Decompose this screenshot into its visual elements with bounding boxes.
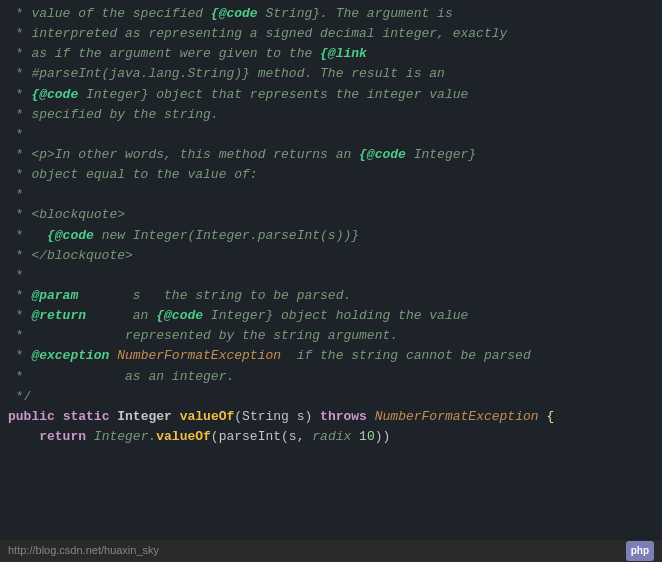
code-line-21: public static Integer valueOf(String s) …	[8, 407, 654, 427]
code-line-17: * represented by the string argument.	[8, 326, 654, 346]
code-line-1: * value of the specified {@code String}.…	[8, 4, 654, 24]
code-line-2: * interpreted as representing a signed d…	[8, 24, 654, 44]
code-line-7: *	[8, 125, 654, 145]
code-line-20: */	[8, 387, 654, 407]
code-line-15: * @param s the string to be parsed.	[8, 286, 654, 306]
code-line-4: * #parseInt(java.lang.String)} method. T…	[8, 64, 654, 84]
php-badge: php	[626, 541, 654, 561]
code-line-5: * {@code Integer} object that represents…	[8, 85, 654, 105]
code-line-19: * as an integer.	[8, 367, 654, 387]
code-line-6: * specified by the string.	[8, 105, 654, 125]
code-line-3: * as if the argument were given to the {…	[8, 44, 654, 64]
watermark-text: http://blog.csdn.net/huaxin_sky	[8, 542, 159, 559]
code-line-9: * object equal to the value of:	[8, 165, 654, 185]
code-line-13: * </blockquote>	[8, 246, 654, 266]
code-line-8: * <p>In other words, this method returns…	[8, 145, 654, 165]
comment-star: *	[8, 4, 31, 24]
bottom-bar: http://blog.csdn.net/huaxin_sky php	[0, 540, 662, 562]
code-line-10: *	[8, 185, 654, 205]
code-line-11: * <blockquote>	[8, 205, 654, 225]
code-line-12: * {@code new Integer(Integer.parseInt(s)…	[8, 226, 654, 246]
code-editor: * value of the specified {@code String}.…	[0, 0, 662, 562]
code-line-22: return Integer.valueOf(parseInt(s, radix…	[8, 427, 654, 447]
code-line-14: *	[8, 266, 654, 286]
code-line-18: * @exception NumberFormatException if th…	[8, 346, 654, 366]
code-line-16: * @return an {@code Integer} object hold…	[8, 306, 654, 326]
